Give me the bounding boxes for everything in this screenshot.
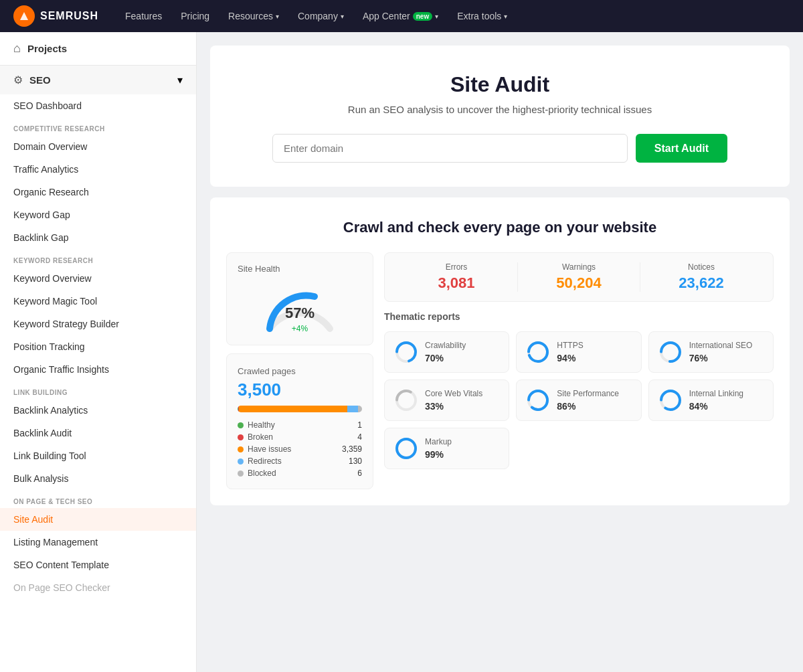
seo-label: SEO	[29, 74, 51, 86]
sidebar-item-seo-content-template[interactable]: SEO Content Template	[0, 554, 196, 576]
notices-item: Notices 23,622	[640, 262, 762, 292]
thematic-value: 76%	[689, 353, 753, 363]
domain-input[interactable]	[272, 134, 628, 163]
thematic-item-core-web-vitals: Core Web Vitals 33%	[384, 380, 509, 421]
nav-pricing[interactable]: Pricing	[181, 11, 209, 21]
hero-title: Site Audit	[237, 72, 763, 97]
thematic-title: International SEO	[689, 341, 753, 350]
donut-chart	[526, 340, 550, 364]
info-card-title: Crawl and check every page on your websi…	[226, 219, 774, 236]
gauge-container: 57% +4%	[260, 280, 340, 334]
thematic-reports-label: Thematic reports	[384, 309, 774, 325]
donut-svg	[526, 388, 550, 412]
thematic-item-internal-linking: Internal Linking 84%	[648, 380, 774, 421]
legend-healthy-label: Healthy	[248, 420, 275, 430]
legend-have-issues-count: 3,359	[342, 444, 362, 454]
sidebar-item-link-building-tool[interactable]: Link Building Tool	[0, 444, 196, 467]
hero-subtitle: Run an SEO analysis to uncover the highe…	[237, 104, 763, 115]
ewn-row: Errors 3,081 Warnings 50,204 Notices 23,…	[384, 252, 774, 302]
donut-chart	[658, 388, 683, 412]
thematic-value: 84%	[689, 401, 743, 412]
warnings-value: 50,204	[518, 274, 640, 292]
thematic-title: Markup	[425, 437, 452, 446]
sidebar-projects[interactable]: ⌂ Projects	[0, 32, 196, 66]
legend-healthy-count: 1	[357, 420, 362, 430]
chevron-down-icon: ▾	[177, 74, 183, 86]
seo-section[interactable]: ⚙ SEO ▾	[0, 66, 196, 94]
nav-resources[interactable]: Resources ▾	[228, 11, 279, 21]
crawled-count: 3,500	[238, 380, 362, 400]
gauge-change: +4%	[292, 324, 308, 333]
site-health-card: Site Health 57% +4%	[226, 252, 373, 345]
donut-svg	[526, 340, 550, 364]
info-card: Crawl and check every page on your websi…	[210, 197, 790, 505]
thematic-value: 86%	[557, 401, 619, 412]
legend-broken-label: Broken	[248, 432, 273, 442]
donut-chart	[394, 340, 418, 364]
category-keyword-research: KEYWORD RESEARCH	[0, 249, 196, 267]
nav-features[interactable]: Features	[125, 11, 162, 21]
sidebar-item-on-page-seo-checker[interactable]: On Page SEO Checker	[0, 576, 196, 599]
sidebar-item-position-tracking[interactable]: Position Tracking	[0, 335, 196, 358]
donut-svg	[658, 340, 683, 364]
legend-blocked-count: 6	[357, 469, 362, 478]
top-nav: SEMRUSH Features Pricing Resources ▾ Com…	[0, 0, 803, 32]
donut-svg	[658, 388, 683, 412]
sidebar-item-bulk-analysis[interactable]: Bulk Analysis	[0, 467, 196, 490]
sidebar-item-backlink-analytics[interactable]: Backlink Analytics	[0, 399, 196, 422]
legend-row-have-issues: Have issues 3,359	[238, 444, 362, 454]
category-competitive-research: COMPETITIVE RESEARCH	[0, 117, 196, 135]
svg-point-14	[397, 439, 416, 458]
svg-point-10	[529, 391, 547, 410]
legend-have-issues-label: Have issues	[248, 444, 291, 454]
sidebar-item-seo-dashboard[interactable]: SEO Dashboard	[0, 94, 196, 117]
logo[interactable]: SEMRUSH	[13, 5, 98, 27]
thematic-title: Internal Linking	[689, 389, 743, 398]
thematic-value: 99%	[425, 449, 452, 460]
nav-app-center[interactable]: App Center new ▾	[363, 11, 438, 21]
sidebar-item-domain-overview[interactable]: Domain Overview	[0, 135, 196, 158]
site-health-label: Site Health	[238, 264, 280, 274]
legend-redirects-count: 130	[349, 456, 362, 466]
sidebar-item-traffic-analytics[interactable]: Traffic Analytics	[0, 158, 196, 181]
donut-chart	[658, 340, 683, 364]
sidebar-item-keyword-magic-tool[interactable]: Keyword Magic Tool	[0, 290, 196, 313]
sidebar-item-backlink-audit[interactable]: Backlink Audit	[0, 422, 196, 444]
sidebar-item-organic-research[interactable]: Organic Research	[0, 181, 196, 203]
legend-row-healthy: Healthy 1	[238, 420, 362, 430]
thematic-title: Site Performance	[557, 389, 619, 398]
category-link-building: LINK BUILDING	[0, 381, 196, 399]
seo-icon: ⚙	[13, 74, 23, 86]
thematic-value: 33%	[425, 401, 482, 412]
sidebar-item-keyword-gap[interactable]: Keyword Gap	[0, 203, 196, 226]
legend-row-redirects: Redirects 130	[238, 456, 362, 466]
nav-company[interactable]: Company ▾	[298, 11, 344, 21]
warnings-item: Warnings 50,204	[517, 262, 640, 292]
donut-chart	[394, 388, 418, 412]
legend-broken-count: 4	[357, 432, 362, 442]
thematic-item-crawlability: Crawlability 70%	[384, 331, 509, 373]
new-badge: new	[413, 12, 432, 21]
sidebar-item-organic-traffic-insights[interactable]: Organic Traffic Insights	[0, 358, 196, 381]
start-audit-button[interactable]: Start Audit	[636, 134, 727, 163]
sidebar-item-keyword-strategy-builder[interactable]: Keyword Strategy Builder	[0, 313, 196, 335]
sidebar-item-site-audit[interactable]: Site Audit	[0, 508, 196, 531]
legend-redirects-label: Redirects	[248, 456, 282, 466]
gauge-percent: 57%	[285, 305, 315, 322]
crawled-card: Crawled pages 3,500 Healthy	[226, 353, 373, 489]
nav-extra-tools[interactable]: Extra tools ▾	[457, 11, 507, 21]
legend-rows: Healthy 1 Broken 4 Have issues 3,359	[238, 420, 362, 478]
donut-chart	[394, 436, 418, 460]
legend-row-broken: Broken 4	[238, 432, 362, 442]
thematic-item-international-seo: International SEO 76%	[648, 331, 774, 373]
left-stats: Site Health 57% +4%	[226, 252, 373, 489]
crawled-label: Crawled pages	[238, 366, 296, 376]
projects-label: Projects	[27, 43, 67, 54]
hero-card: Site Audit Run an SEO analysis to uncove…	[210, 46, 790, 187]
crawled-bar	[238, 406, 362, 412]
sidebar-item-keyword-overview[interactable]: Keyword Overview	[0, 267, 196, 290]
sidebar-item-backlink-gap[interactable]: Backlink Gap	[0, 226, 196, 249]
gauge-center: 57% +4%	[285, 305, 315, 334]
sidebar-item-listing-management[interactable]: Listing Management	[0, 531, 196, 554]
thematic-title: Core Web Vitals	[425, 389, 482, 398]
